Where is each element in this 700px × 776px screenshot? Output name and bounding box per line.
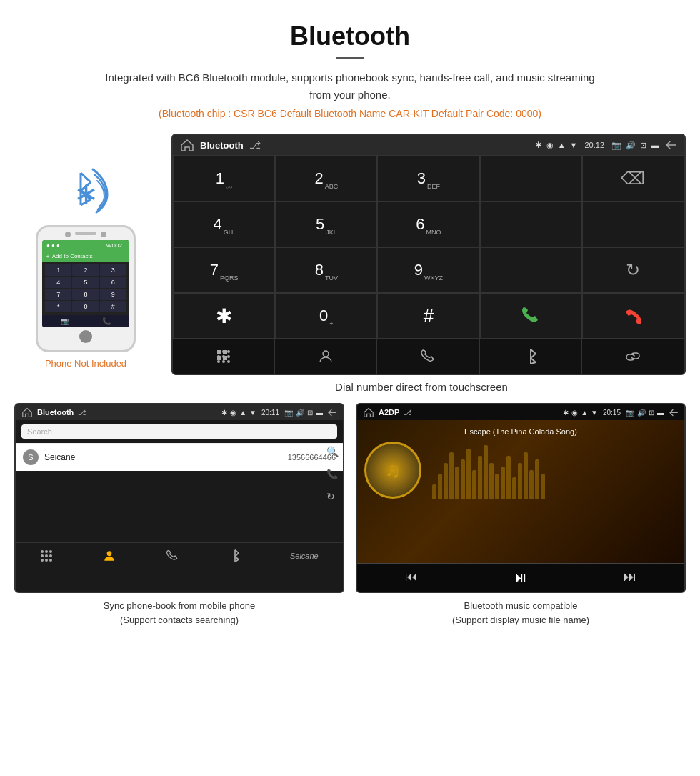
dial-app-name: Bluetooth — [200, 140, 244, 151]
pb-person-btn[interactable] — [102, 549, 116, 563]
main-content: ∗ ● ● ● WD02 ＋ Add to Conta — [0, 126, 700, 375]
music-vol-icon: 🔊 — [637, 409, 646, 417]
pb-search-icon[interactable]: 🔍 — [326, 446, 339, 457]
svg-point-13 — [217, 350, 220, 353]
pb-person-icon — [102, 549, 116, 563]
phone-bottom-icon — [419, 348, 436, 365]
key-empty-4 — [480, 247, 582, 293]
pb-search-placeholder: Search — [27, 427, 52, 436]
music-status-right: ✱ ◉ ▲ ▼ 20:15 📷 🔊 ⊡ ▬ — [563, 408, 679, 417]
pb-content-area: Search S Seicane 13566664466 🔍 📞 — [16, 420, 343, 542]
music-caption-text: Bluetooth music compatible(Support displ… — [452, 600, 589, 625]
svg-line-25 — [531, 354, 536, 358]
key-star[interactable]: ✱ — [173, 293, 275, 339]
page-title: Bluetooth — [14, 21, 686, 51]
contacts-icon[interactable] — [275, 339, 377, 374]
pb-call-icon[interactable]: 📞 — [326, 469, 339, 479]
phonebook-item: Bluetooth ⎇ ✱ ◉ ▲ ▼ 20:11 📷 🔊 ⊡ ▬ — [14, 403, 344, 627]
svg-point-30 — [49, 550, 52, 553]
music-note-icon: ♫ — [385, 458, 401, 482]
key-4[interactable]: 4GHI — [173, 202, 275, 247]
key-call-green[interactable] — [480, 293, 582, 339]
svg-point-37 — [106, 551, 111, 556]
pb-home-icon — [21, 407, 33, 417]
svg-point-33 — [49, 554, 52, 557]
pb-search-input[interactable]: Search — [21, 424, 337, 439]
pb-refresh-icon[interactable]: ↻ — [326, 491, 339, 502]
phone-not-included-label: Phone Not Included — [45, 358, 126, 369]
svg-point-20 — [222, 360, 225, 363]
pb-right-icons: 🔍 📞 ↻ — [326, 446, 339, 502]
svg-text:∗: ∗ — [74, 176, 99, 210]
bluetooth-bottom-icon[interactable] — [480, 339, 582, 374]
music-caption: Bluetooth music compatible(Support displ… — [356, 593, 686, 627]
music-scrn-icon: ⊡ — [649, 409, 654, 417]
pb-bluetooth-btn[interactable] — [229, 549, 241, 563]
pb-back-icon[interactable] — [326, 408, 337, 417]
svg-point-35 — [45, 559, 48, 562]
pb-usb-icon: ⎇ — [78, 409, 86, 417]
pb-phone-icon — [165, 549, 179, 563]
key-8[interactable]: 8TUV — [275, 247, 377, 293]
music-item: A2DP ⎇ ✱ ◉ ▲ ▼ 20:15 📷 🔊 ⊡ ▬ — [356, 403, 686, 627]
song-title: Escape (The Pina Colada Song) — [464, 427, 577, 436]
music-status-bar: A2DP ⎇ ✱ ◉ ▲ ▼ 20:15 📷 🔊 ⊡ ▬ — [357, 404, 684, 420]
key-2[interactable]: 2ABC — [275, 156, 377, 202]
dial-caption: Dial number direct from touchscreen — [143, 375, 700, 403]
play-pause-btn[interactable]: ⏯ — [514, 569, 528, 586]
volume-icon: 🔊 — [626, 141, 636, 150]
link-icon[interactable] — [582, 339, 684, 374]
prev-track-btn[interactable]: ⏮ — [405, 569, 418, 586]
contact-name: Seicane — [44, 452, 288, 462]
phone-icon[interactable] — [377, 339, 479, 374]
svg-point-34 — [41, 559, 44, 562]
music-album-area: ♫ — [364, 442, 677, 499]
music-back-icon[interactable] — [667, 408, 679, 417]
key-1[interactable]: 1 ○○ — [173, 156, 275, 202]
svg-point-19 — [217, 360, 220, 363]
key-call-red[interactable] — [582, 293, 684, 339]
key-6[interactable]: 6MNO — [377, 202, 479, 247]
dial-keypad: 1 ○○ 2ABC 3DEF ⌫ 4GHI 5JKL 6MNO 7PQRS 8T… — [173, 155, 684, 339]
pb-contact-row[interactable]: S Seicane 13566664466 — [16, 443, 343, 471]
signal-icon: ▲ — [558, 141, 566, 149]
phone-section: ∗ ● ● ● WD02 ＋ Add to Conta — [14, 134, 157, 375]
music-pip-icon: ▬ — [657, 409, 664, 417]
home-icon[interactable] — [180, 139, 194, 151]
svg-point-17 — [222, 355, 225, 358]
key-backspace[interactable]: ⌫ — [582, 156, 684, 202]
pb-seicane-btn[interactable]: Seicane — [290, 549, 319, 563]
key-hash[interactable]: # — [377, 293, 479, 339]
key-3[interactable]: 3DEF — [377, 156, 479, 202]
pb-time: 20:11 — [261, 409, 279, 417]
key-empty-1 — [480, 156, 582, 202]
pb-apps-btn[interactable] — [40, 549, 53, 563]
pb-vol-icon: 🔊 — [296, 409, 304, 417]
music-bottom-bar: ⏮ ⏯ ⏭ — [357, 563, 684, 592]
pb-apps-icon — [40, 549, 53, 562]
key-refresh[interactable]: ↻ — [582, 247, 684, 293]
key-0[interactable]: 0+ — [275, 293, 377, 339]
phone-bottom-bar: 📷 📞 — [42, 315, 129, 327]
key-5[interactable]: 5JKL — [275, 202, 377, 247]
phone-home-button[interactable] — [79, 330, 92, 343]
music-time: 20:15 — [603, 409, 621, 417]
key-9[interactable]: 9WXYZ — [377, 247, 479, 293]
pb-bt-icon: ✱ — [221, 409, 227, 417]
dial-bottom-bar — [173, 339, 684, 374]
dial-section: Bluetooth ⎇ ✱ ◉ ▲ ▼ 20:12 📷 🔊 ⊡ ▬ — [171, 134, 686, 375]
phonebook-status-bar: Bluetooth ⎇ ✱ ◉ ▲ ▼ 20:11 📷 🔊 ⊡ ▬ — [16, 404, 343, 420]
pb-phone-btn[interactable] — [165, 549, 179, 563]
grid-icon[interactable] — [173, 339, 275, 374]
key-7[interactable]: 7PQRS — [173, 247, 275, 293]
phone-screen-top: ● ● ● WD02 — [42, 240, 129, 251]
album-art: ♫ — [364, 442, 421, 499]
back-icon[interactable] — [663, 139, 677, 151]
call-green-icon — [519, 304, 542, 327]
dial-status-bar: Bluetooth ⎇ ✱ ◉ ▲ ▼ 20:12 📷 🔊 ⊡ ▬ — [173, 135, 684, 155]
next-track-btn[interactable]: ⏭ — [624, 569, 636, 586]
pb-pip-icon: ▬ — [316, 409, 323, 417]
pb-bluetooth-icon — [229, 549, 241, 563]
svg-point-31 — [41, 554, 44, 557]
contact-avatar: S — [23, 449, 39, 465]
